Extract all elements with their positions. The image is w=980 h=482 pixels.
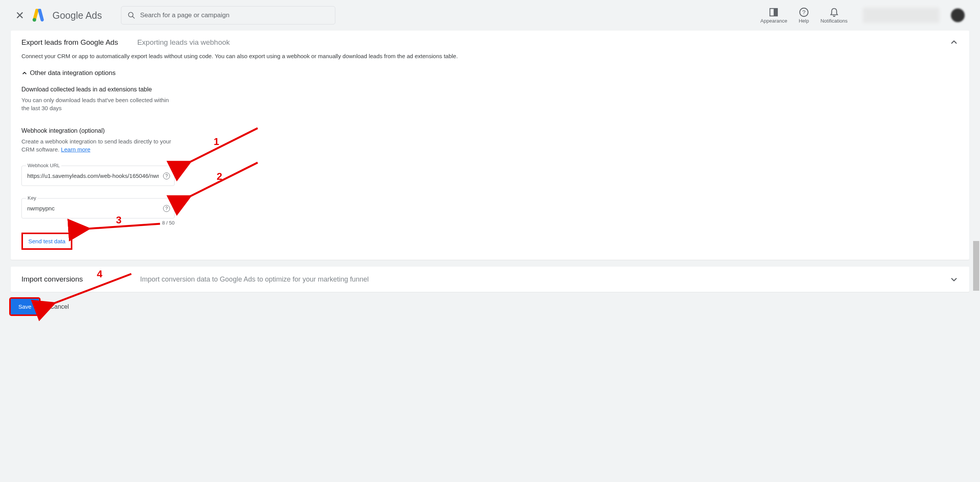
arrow-4-icon bbox=[47, 274, 135, 308]
panel-subtitle: Exporting leads via webhook bbox=[137, 38, 230, 47]
topbar-icons: Appearance ? Help Notifications bbox=[760, 7, 848, 24]
svg-line-8 bbox=[189, 163, 258, 197]
logo-text: Google Ads bbox=[52, 10, 102, 21]
search-icon bbox=[127, 11, 136, 20]
arrow-1-icon bbox=[185, 128, 261, 166]
webhook-description: Create a webhook integration to send lea… bbox=[21, 137, 175, 153]
appearance-button[interactable]: Appearance bbox=[760, 7, 787, 24]
arrow-2-icon bbox=[185, 163, 261, 201]
search-wrap bbox=[121, 6, 335, 24]
save-button[interactable]: Save bbox=[11, 299, 39, 314]
svg-line-9 bbox=[87, 224, 160, 229]
import-conversions-panel[interactable]: Import conversions Import conversion dat… bbox=[11, 267, 969, 292]
webhook-heading: Webhook integration (optional) bbox=[21, 127, 959, 134]
topbar: ✕ Google Ads Appearance ? Help Notificat… bbox=[0, 0, 980, 31]
search-input[interactable] bbox=[140, 11, 329, 19]
help-button[interactable]: ? Help bbox=[799, 7, 809, 24]
account-info-blurred bbox=[863, 8, 939, 23]
import-description: Import conversion data to Google Ads to … bbox=[140, 275, 369, 283]
arrow-3-icon bbox=[83, 222, 164, 233]
send-test-data-button[interactable]: Send test data bbox=[21, 233, 72, 250]
key-label: Key bbox=[26, 195, 38, 201]
learn-more-link[interactable]: Learn more bbox=[61, 146, 90, 153]
svg-point-0 bbox=[33, 18, 36, 21]
webhook-url-input[interactable] bbox=[27, 173, 159, 179]
help-icon[interactable]: ? bbox=[163, 173, 170, 179]
chevron-up-icon[interactable] bbox=[949, 37, 959, 47]
panel-title: Export leads from Google Ads bbox=[21, 38, 118, 47]
chevron-up-icon bbox=[21, 70, 28, 76]
svg-line-10 bbox=[53, 274, 131, 304]
key-field: Key ? bbox=[21, 198, 175, 218]
appearance-label: Appearance bbox=[760, 18, 787, 24]
webhook-url-field: Webhook URL ? bbox=[21, 166, 175, 186]
svg-line-2 bbox=[132, 16, 134, 18]
scrollbar[interactable] bbox=[973, 241, 979, 291]
panel-header: Export leads from Google Ads Exporting l… bbox=[21, 38, 959, 47]
bell-icon bbox=[829, 7, 839, 17]
actions-row: Save Cancel 4 bbox=[11, 299, 969, 314]
key-input[interactable] bbox=[27, 205, 159, 212]
help-icon: ? bbox=[799, 7, 809, 17]
close-icon[interactable]: ✕ bbox=[15, 9, 24, 22]
help-label: Help bbox=[799, 18, 809, 24]
webhook-url-label: Webhook URL bbox=[26, 163, 61, 168]
download-description: You can only download leads that've been… bbox=[21, 96, 175, 112]
export-leads-panel: Export leads from Google Ads Exporting l… bbox=[11, 31, 969, 260]
search-box[interactable] bbox=[121, 6, 335, 24]
svg-text:?: ? bbox=[802, 9, 805, 15]
download-heading: Download collected leads in ad extension… bbox=[21, 86, 959, 93]
avatar[interactable] bbox=[951, 8, 965, 22]
panel-description: Connect your CRM or app to automatically… bbox=[21, 53, 959, 59]
chevron-down-icon[interactable] bbox=[949, 275, 959, 284]
notifications-button[interactable]: Notifications bbox=[820, 7, 848, 24]
notifications-label: Notifications bbox=[820, 18, 848, 24]
other-options-label: Other data integration options bbox=[30, 69, 116, 77]
svg-line-7 bbox=[189, 128, 258, 163]
help-icon[interactable]: ? bbox=[163, 205, 170, 212]
other-options-toggle[interactable]: Other data integration options bbox=[21, 69, 959, 77]
google-ads-logo-icon bbox=[32, 9, 45, 22]
svg-rect-4 bbox=[774, 8, 777, 16]
appearance-icon bbox=[769, 7, 779, 17]
